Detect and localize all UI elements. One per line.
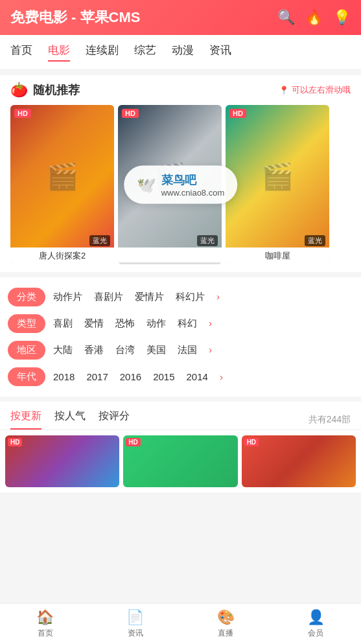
watermark-content: 菜鸟吧 www.cniao8.com — [161, 172, 225, 198]
movie-thumbnail-1: 🎬 — [10, 105, 114, 247]
sort-count: 共有244部 — [309, 414, 351, 426]
quality-badge-2: 蓝光 — [197, 235, 218, 246]
filter-label-year[interactable]: 年代 — [8, 367, 45, 386]
filter-item-horror[interactable]: 恐怖 — [115, 317, 135, 330]
sort-tab-popularity[interactable]: 按人气 — [54, 409, 86, 430]
filter-item-action[interactable]: 动作片 — [53, 291, 82, 303]
filter-label-category[interactable]: 分类 — [8, 288, 45, 306]
grid-hd-badge-2: HD — [126, 438, 140, 446]
hd-badge-1: HD — [14, 109, 31, 118]
filter-item-us[interactable]: 美国 — [146, 344, 166, 356]
filter-item-type-more[interactable]: › — [209, 317, 212, 330]
filter-items-category: 动作片 喜剧片 爱情片 科幻片 › — [53, 291, 220, 303]
nav-item-variety[interactable]: 综艺 — [134, 43, 156, 62]
bulb-icon[interactable]: 💡 — [333, 9, 351, 26]
section-title: 🍅 随机推荐 — [10, 82, 80, 98]
filter-item-2017[interactable]: 2017 — [86, 371, 108, 382]
filter-item-comedy2[interactable]: 喜剧 — [53, 317, 73, 330]
movie-title-1: 唐人街探案2 — [10, 247, 114, 264]
movie-thumbnail-3: 🎬 — [226, 105, 329, 247]
watermark-site-name: 菜鸟吧 — [161, 172, 225, 188]
filter-item-2014[interactable]: 2014 — [187, 371, 208, 382]
app-title: 免费电影 - 苹果CMS — [10, 8, 140, 27]
nav-item-anime[interactable]: 动漫 — [172, 43, 194, 62]
tomato-icon: 🍅 — [10, 82, 28, 98]
quality-badge-1: 蓝光 — [89, 235, 110, 246]
grid-movie-1[interactable]: HD — [5, 435, 119, 487]
movie-card-1[interactable]: 🎬 HD 蓝光 唐人街探案2 — [10, 105, 114, 264]
location-icon: 📍 — [279, 86, 289, 95]
filter-item-scifi2[interactable]: 科幻 — [178, 317, 197, 330]
grid-movie-3[interactable]: HD — [242, 435, 356, 487]
filter-row-type: 类型 喜剧 爱情 恐怖 动作 科幻 › — [0, 310, 361, 337]
sort-tab-update[interactable]: 按更新 — [10, 409, 41, 430]
carousel-wrapper: 🎬 HD 蓝光 唐人街探案2 🎬 HD 蓝光 🎬 HD 蓝光 咖啡屋 🕊️ — [0, 105, 361, 272]
section-header: 🍅 随机推荐 📍 可以左右滑动哦 — [0, 75, 361, 105]
filter-item-2018[interactable]: 2018 — [53, 371, 75, 382]
filter-items-type: 喜剧 爱情 恐怖 动作 科幻 › — [53, 317, 212, 330]
filter-item-more[interactable]: › — [216, 291, 220, 303]
fire-icon[interactable]: 🔥 — [305, 9, 323, 26]
watermark-bird-icon: 🕊️ — [137, 176, 156, 194]
sort-tabs: 按更新 按人气 按评分 — [10, 409, 130, 430]
movie-grid: HD HD HD — [0, 430, 361, 492]
filter-label-region[interactable]: 地区 — [8, 341, 45, 360]
filter-item-fr[interactable]: 法国 — [178, 344, 197, 356]
nav-item-series[interactable]: 连续剧 — [86, 43, 119, 62]
filter-row-region: 地区 大陆 香港 台湾 美国 法国 › — [0, 337, 361, 363]
filter-item-2016[interactable]: 2016 — [120, 371, 141, 382]
quality-badge-3: 蓝光 — [305, 235, 325, 246]
filter-label-type[interactable]: 类型 — [8, 314, 45, 333]
nav-item-movie[interactable]: 电影 — [48, 43, 70, 62]
hd-badge-2: HD — [122, 109, 139, 118]
grid-hd-badge-1: HD — [8, 438, 22, 446]
filter-item-hk[interactable]: 香港 — [84, 344, 104, 356]
filter-items-region: 大陆 香港 台湾 美国 法国 › — [53, 344, 212, 356]
filter-item-action2[interactable]: 动作 — [146, 317, 166, 330]
nav-item-home[interactable]: 首页 — [10, 43, 32, 62]
header-icons: 🔍 🔥 💡 — [277, 9, 351, 26]
filter-item-comedy[interactable]: 喜剧片 — [94, 291, 123, 303]
grid-hd-badge-3: HD — [244, 438, 259, 446]
sort-section: 按更新 按人气 按评分 共有244部 — [0, 402, 361, 430]
slide-hint-text: 可以左右滑动哦 — [292, 84, 351, 96]
header: 免费电影 - 苹果CMS 🔍 🔥 💡 — [0, 0, 361, 35]
filter-item-romance2[interactable]: 爱情 — [84, 317, 104, 330]
filter-section: 分类 动作片 喜剧片 爱情片 科幻片 › 类型 喜剧 爱情 恐怖 动作 科幻 ›… — [0, 277, 361, 397]
search-icon[interactable]: 🔍 — [277, 9, 295, 26]
sort-tab-rating[interactable]: 按评分 — [99, 409, 130, 430]
hd-badge-3: HD — [229, 109, 246, 118]
movie-title-3: 咖啡屋 — [226, 247, 329, 264]
main-nav: 首页 电影 连续剧 综艺 动漫 资讯 — [0, 35, 361, 70]
grid-movie-2[interactable]: HD — [123, 435, 237, 487]
section-title-text: 随机推荐 — [33, 82, 80, 98]
movie-title-2 — [118, 247, 222, 262]
watermark-url: www.cniao8.com — [161, 188, 225, 198]
filter-item-tw[interactable]: 台湾 — [115, 344, 135, 356]
filter-row-category: 分类 动作片 喜剧片 爱情片 科幻片 › — [0, 284, 361, 310]
filter-items-year: 2018 2017 2016 2015 2014 › — [53, 371, 223, 382]
slide-hint: 📍 可以左右滑动哦 — [279, 84, 351, 96]
filter-item-romance[interactable]: 爱情片 — [135, 291, 164, 303]
filter-item-mainland[interactable]: 大陆 — [53, 344, 73, 356]
filter-item-2015[interactable]: 2015 — [153, 371, 174, 382]
nav-item-news[interactable]: 资讯 — [209, 43, 231, 62]
filter-item-region-more[interactable]: › — [209, 344, 212, 356]
movie-card-3[interactable]: 🎬 HD 蓝光 咖啡屋 — [226, 105, 329, 264]
filter-row-year: 年代 2018 2017 2016 2015 2014 › — [0, 363, 361, 390]
filter-item-year-more[interactable]: › — [220, 371, 223, 382]
watermark-overlay: 🕊️ 菜鸟吧 www.cniao8.com — [124, 166, 238, 204]
filter-item-scifi[interactable]: 科幻片 — [176, 291, 205, 303]
